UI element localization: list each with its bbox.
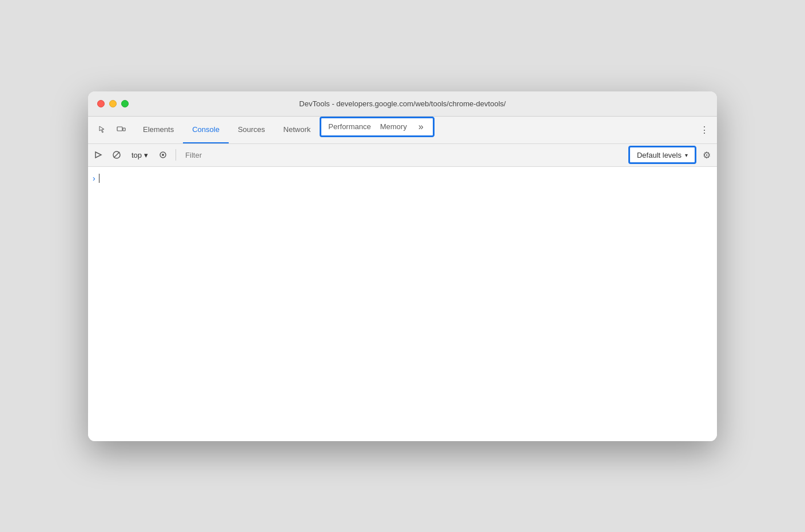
tab-performance[interactable]: Performance [326, 121, 373, 132]
console-toolbar: top ▾ Default levels ▾ ⚙ [88, 144, 717, 167]
svg-rect-1 [123, 128, 125, 131]
clear-console-button[interactable] [109, 147, 125, 163]
window-title: DevTools - developers.google.com/web/too… [299, 99, 505, 108]
default-levels-dropdown[interactable]: Default levels ▾ [628, 146, 696, 164]
tab-sources[interactable]: Sources [229, 117, 274, 143]
cursor [99, 174, 99, 183]
filter-input[interactable] [181, 150, 626, 161]
prompt-arrow: › [93, 174, 95, 183]
tab-elements[interactable]: Elements [134, 117, 183, 143]
tab-console[interactable]: Console [183, 117, 229, 143]
console-settings-button[interactable]: ⚙ [699, 147, 715, 163]
maximize-button[interactable] [121, 100, 129, 107]
svg-marker-2 [95, 152, 101, 158]
minimize-button[interactable] [109, 100, 117, 107]
console-prompt-icon[interactable] [90, 147, 106, 163]
device-toolbar-button[interactable] [113, 122, 129, 138]
toolbar-separator [176, 149, 176, 161]
left-icons [90, 117, 134, 143]
devtools-window: DevTools - developers.google.com/web/too… [88, 91, 717, 441]
traffic-lights [97, 100, 129, 107]
svg-rect-0 [117, 127, 122, 131]
context-dropdown[interactable]: top ▾ [127, 150, 153, 161]
highlighted-tabs-group: Performance Memory » [320, 117, 434, 137]
svg-line-4 [114, 152, 119, 158]
console-prompt-line: › [88, 171, 717, 184]
title-bar: DevTools - developers.google.com/web/too… [88, 91, 717, 117]
tab-memory[interactable]: Memory [378, 121, 409, 132]
close-button[interactable] [97, 100, 105, 107]
live-expression-button[interactable] [155, 147, 171, 163]
devtools-tabs-bar: Elements Console Sources Network Perform… [88, 117, 717, 144]
tab-overflow-button[interactable]: » [414, 122, 428, 132]
svg-point-6 [162, 154, 164, 156]
inspect-element-button[interactable] [95, 122, 111, 138]
tab-network[interactable]: Network [274, 117, 320, 143]
gear-icon: ⚙ [703, 150, 711, 161]
more-options-button[interactable]: ⋮ [696, 122, 712, 138]
console-content: › [88, 167, 717, 441]
tabs-right-area: ⋮ [696, 117, 717, 143]
